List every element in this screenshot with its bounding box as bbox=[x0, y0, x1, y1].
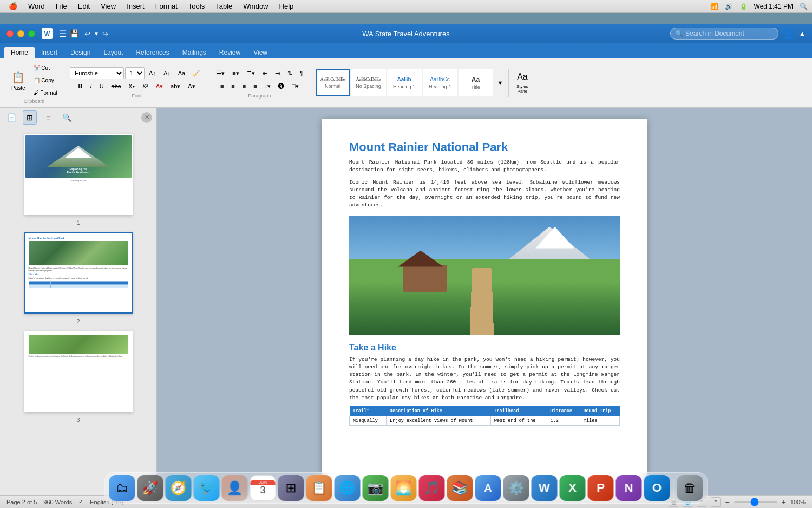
superscript-button[interactable]: X² bbox=[139, 80, 152, 92]
more-styles-btn[interactable]: ▼ bbox=[494, 77, 507, 89]
align-left-btn[interactable]: ≡ bbox=[217, 80, 227, 92]
close-button[interactable] bbox=[6, 30, 14, 37]
undo-dropdown[interactable]: ▼ bbox=[94, 31, 99, 37]
view-menu[interactable]: View bbox=[96, 1, 120, 11]
dock-outlook[interactable]: O bbox=[644, 475, 670, 501]
thumbnails-btn[interactable]: ⊞ bbox=[23, 110, 37, 125]
tab-design[interactable]: Design bbox=[64, 47, 97, 58]
change-case-btn[interactable]: Aa bbox=[175, 67, 188, 79]
cut-button[interactable]: ✂️ Cut bbox=[30, 62, 61, 74]
style-heading2[interactable]: AaBbCc Heading 2 bbox=[423, 69, 457, 96]
up-chevron[interactable]: ▲ bbox=[799, 30, 806, 37]
dock-calendar[interactable]: JUN 3 bbox=[250, 475, 276, 501]
tab-layout[interactable]: Layout bbox=[97, 47, 129, 58]
strikethrough-button[interactable]: abc bbox=[108, 80, 125, 92]
style-normal[interactable]: AaBbCcDdEe Normal bbox=[316, 69, 350, 96]
decrease-indent-btn[interactable]: ⇤ bbox=[259, 67, 271, 79]
format-painter-button[interactable]: 🖌 Format bbox=[30, 87, 61, 99]
outline-btn[interactable]: ≡ bbox=[41, 110, 55, 125]
undo-button[interactable]: ↩ bbox=[84, 30, 90, 38]
borders-btn[interactable]: □▾ bbox=[289, 80, 302, 92]
tools-menu[interactable]: Tools bbox=[184, 1, 209, 11]
quick-access-save[interactable]: 💾 bbox=[70, 29, 79, 38]
table-menu[interactable]: Table bbox=[211, 1, 237, 11]
dock-launchpad2[interactable]: ⊞ bbox=[278, 475, 304, 501]
multilevel-btn[interactable]: ≣▾ bbox=[244, 67, 258, 79]
format-menu[interactable]: Format bbox=[151, 1, 182, 11]
edit-menu[interactable]: Edit bbox=[74, 1, 94, 11]
tab-home[interactable]: Home bbox=[4, 47, 35, 58]
subscript-button[interactable]: X₂ bbox=[125, 80, 137, 92]
bold-button[interactable]: B bbox=[75, 80, 86, 92]
draft-view-btn[interactable]: ≡ bbox=[711, 497, 721, 507]
underline-button[interactable]: U bbox=[96, 80, 107, 92]
tab-review[interactable]: Review bbox=[213, 47, 247, 58]
tab-view[interactable]: View bbox=[247, 47, 274, 58]
page-thumb-1[interactable]: Exploring thePacific Northwest Subheadin… bbox=[24, 134, 133, 215]
font-selector[interactable]: Eurostile bbox=[70, 67, 124, 79]
tab-mailings[interactable]: Mailings bbox=[176, 47, 213, 58]
bullets-btn[interactable]: ☰▾ bbox=[213, 67, 228, 79]
window-menu[interactable]: Window bbox=[239, 1, 272, 11]
sort-btn[interactable]: ⇅ bbox=[284, 67, 296, 79]
minimize-button[interactable] bbox=[17, 30, 24, 37]
decrease-font-btn[interactable]: A↓ bbox=[160, 67, 174, 79]
file-menu[interactable]: File bbox=[51, 1, 71, 11]
page-thumb-3[interactable]: Content continues here with more text ab… bbox=[24, 331, 133, 412]
search-sidebar-btn[interactable]: 🔍 bbox=[60, 110, 74, 125]
dock-trash[interactable]: 🗑 bbox=[677, 475, 703, 501]
tab-references[interactable]: References bbox=[129, 47, 175, 58]
dock-files[interactable]: 📋 bbox=[306, 475, 332, 501]
dock-excel[interactable]: X bbox=[560, 475, 586, 501]
dock-browser[interactable]: 🌐 bbox=[335, 475, 361, 501]
zoom-slider[interactable] bbox=[734, 501, 777, 503]
line-spacing-btn[interactable]: ↕▾ bbox=[261, 80, 274, 92]
numbering-btn[interactable]: ≡▾ bbox=[229, 67, 242, 79]
spell-check-icon[interactable]: ✓ bbox=[78, 498, 83, 505]
show-marks-btn[interactable]: ¶ bbox=[297, 67, 306, 79]
style-title[interactable]: Aa Title bbox=[459, 69, 493, 96]
search-box[interactable]: 🔍 bbox=[670, 28, 778, 40]
justify-btn[interactable]: ≡ bbox=[250, 80, 260, 92]
user-icon[interactable]: 👤 bbox=[783, 28, 795, 40]
increase-indent-btn[interactable]: ⇥ bbox=[272, 67, 283, 79]
italic-button[interactable]: I bbox=[87, 80, 95, 92]
dock-facetime[interactable]: 📷 bbox=[363, 475, 389, 501]
dock-safari[interactable]: 🧭 bbox=[166, 475, 192, 501]
document-area[interactable]: Mount Rainier National Park Mount Rainie… bbox=[157, 108, 812, 495]
dock-appstore[interactable]: A bbox=[475, 475, 501, 501]
dock-music[interactable]: 🎵 bbox=[419, 475, 445, 501]
search-icon[interactable]: 🔍 bbox=[800, 3, 808, 10]
maximize-button[interactable] bbox=[28, 30, 35, 37]
dock-word[interactable]: W bbox=[532, 475, 558, 501]
text-color-btn[interactable]: A▾ bbox=[153, 80, 166, 92]
sidebar-close-btn[interactable]: ✕ bbox=[141, 112, 152, 123]
dock-twitter[interactable]: 🐦 bbox=[194, 475, 220, 501]
highlight-btn[interactable]: ab▾ bbox=[167, 80, 184, 92]
zoom-in-btn[interactable]: + bbox=[782, 498, 786, 506]
increase-font-btn[interactable]: A↑ bbox=[146, 67, 159, 79]
styles-pane-button[interactable]: Aa Styles Pane bbox=[508, 69, 535, 97]
align-center-btn[interactable]: ≡ bbox=[228, 80, 238, 92]
dock-photos[interactable]: 🌅 bbox=[391, 475, 417, 501]
shading-btn[interactable]: 🅐 bbox=[275, 80, 287, 92]
dock-contacts[interactable]: 👤 bbox=[222, 475, 248, 501]
style-no-spacing[interactable]: AaBbCcDdEe No Spacing bbox=[351, 69, 386, 96]
dock-books[interactable]: 📚 bbox=[447, 475, 473, 501]
clear-format-btn[interactable]: 🧹 bbox=[189, 67, 204, 79]
align-right-btn[interactable]: ≡ bbox=[239, 80, 249, 92]
dock-finder[interactable]: 🗂 bbox=[109, 475, 135, 501]
help-menu[interactable]: Help bbox=[275, 1, 298, 11]
page-thumb-2[interactable]: Mount Rainier National Park Mount Rainie… bbox=[24, 232, 133, 314]
insert-menu[interactable]: Insert bbox=[122, 1, 149, 11]
sidebar-toggle[interactable]: ☰ bbox=[59, 29, 67, 39]
search-input[interactable] bbox=[685, 30, 767, 37]
word-menu[interactable]: Word bbox=[24, 1, 49, 11]
new-doc-btn[interactable]: 📄 bbox=[4, 110, 18, 125]
tab-insert[interactable]: Insert bbox=[35, 47, 64, 58]
style-heading1[interactable]: AaBb Heading 1 bbox=[387, 69, 422, 96]
dock-launchpad[interactable]: 🚀 bbox=[137, 475, 163, 501]
apple-menu[interactable]: 🍎 bbox=[4, 1, 22, 11]
copy-button[interactable]: 📋 Copy bbox=[30, 74, 61, 86]
paste-button[interactable]: 📋 Paste bbox=[8, 68, 29, 92]
